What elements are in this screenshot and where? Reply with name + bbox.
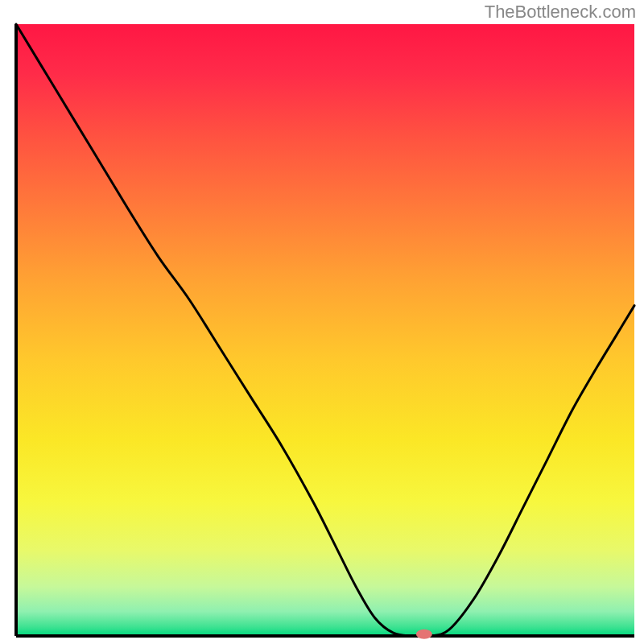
chart-background <box>16 24 634 636</box>
bottleneck-chart <box>0 0 644 644</box>
watermark-text: TheBottleneck.com <box>485 2 636 23</box>
optimal-marker <box>416 630 432 639</box>
chart-container: TheBottleneck.com <box>0 0 644 644</box>
